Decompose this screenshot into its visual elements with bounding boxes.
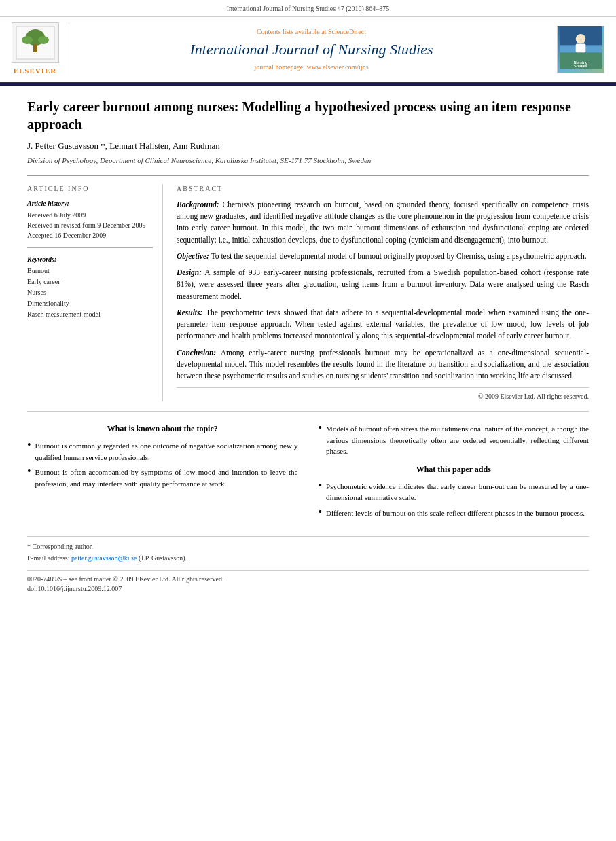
conclusion-label: Conclusion: — [177, 348, 216, 357]
keyword3: Nurses — [27, 287, 153, 298]
article-info-column: ARTICLE INFO Article history: Received 6… — [27, 184, 163, 402]
article-info-abstract-section: ARTICLE INFO Article history: Received 6… — [27, 175, 589, 402]
email-label: E-mail address: — [27, 554, 71, 562]
objective-text: To test the sequential-developmental mod… — [211, 252, 587, 260]
abstract-background: Background: Cherniss's pioneering resear… — [177, 199, 589, 246]
adds-bullet-2: • Different levels of burnout on this sc… — [319, 507, 590, 519]
email-line: E-mail address: petter.gustavsson@ki.se … — [27, 554, 589, 563]
corresponding-author: * Corresponding author. — [27, 542, 589, 552]
svg-point-3 — [22, 36, 33, 44]
adds-bullet-1-text: Psychometric evidence indicates that ear… — [326, 481, 589, 503]
footer-issn: 0020-7489/$ – see front matter © 2009 El… — [27, 570, 589, 594]
svg-point-8 — [576, 34, 586, 44]
design-text: A sample of 933 early-career nursing pro… — [177, 268, 589, 300]
bullet-icon-3: • — [319, 423, 323, 433]
known-bullet-1: • Burnout is commonly regarded as one ou… — [27, 440, 298, 463]
adds-bullet-2-text: Different levels of burnout on this scal… — [326, 507, 585, 519]
keyword1: Burnout — [27, 266, 153, 276]
svg-rect-9 — [576, 43, 586, 52]
article-history: Article history: Received 6 July 2009 Re… — [27, 199, 153, 240]
info-box-section: What is known about the topic? • Burnout… — [27, 411, 589, 522]
journal-title: International Journal of Nursing Studies — [189, 41, 433, 58]
results-label: Results: — [177, 308, 202, 317]
keyword4: Dimensionality — [27, 298, 153, 309]
objective-label: Objective: — [177, 252, 209, 260]
svg-text:Studies: Studies — [574, 64, 587, 68]
received-date: Received 6 July 2009 — [27, 210, 153, 220]
known-bullet-2-text: Burnout is often accompanied by symptoms… — [35, 467, 298, 489]
keyword2: Early career — [27, 276, 153, 287]
keyword5: Rasch measurement model — [27, 309, 153, 320]
info-divider — [27, 247, 153, 248]
footnote-section: * Corresponding author. E-mail address: … — [27, 536, 589, 563]
abstract-objective: Objective: To test the sequential-develo… — [177, 251, 589, 262]
known-bullet-2: • Burnout is often accompanied by sympto… — [27, 467, 298, 489]
doi-text: doi:10.1016/j.ijnurstu.2009.12.007 — [27, 584, 589, 594]
keywords-label: Keywords: — [27, 255, 153, 264]
known-title: What is known about the topic? — [27, 423, 298, 435]
bullet-icon-4: • — [319, 480, 323, 491]
article-authors: J. Petter Gustavsson *, Lennart Hallsten… — [27, 140, 589, 152]
paper-adds-box: • Models of burnout often stress the mul… — [319, 423, 590, 522]
email-address[interactable]: petter.gustavsson@ki.se — [71, 554, 137, 562]
revised-date: Received in revised form 9 December 2009 — [27, 220, 153, 230]
adds-bullet-1: • Psychometric evidence indicates that e… — [319, 481, 590, 503]
article-affiliation: Division of Psychology, Department of Cl… — [27, 156, 589, 166]
abstract-design: Design: A sample of 933 early-career nur… — [177, 267, 589, 302]
results-text: The psychometric tests showed that data … — [177, 308, 589, 340]
bullet-icon-1: • — [27, 440, 31, 450]
abstract-conclusion: Conclusion: Among early-career nursing p… — [177, 347, 589, 382]
journal-header: ELSEVIER Contents lists available at Sci… — [0, 17, 616, 83]
abstract-label: ABSTRACT — [177, 184, 589, 194]
journal-title-center: Contents lists available at ScienceDirec… — [76, 22, 547, 76]
background-text: Cherniss's pioneering research on burnou… — [177, 200, 589, 244]
article-title: Early career burnout among nurses: Model… — [27, 98, 589, 133]
copyright-line: © 2009 Elsevier Ltd. All rights reserved… — [177, 387, 589, 401]
known-bullet-3: • Models of burnout often stress the mul… — [319, 423, 590, 457]
bullet-icon-2: • — [27, 466, 31, 477]
journal-reference: International Journal of Nursing Studies… — [0, 0, 616, 17]
known-bullet-1-text: Burnout is commonly regarded as one outc… — [35, 440, 298, 463]
keywords-section: Keywords: Burnout Early career Nurses Di… — [27, 255, 153, 320]
elsevier-tree-logo — [12, 22, 59, 63]
article-info-label: ARTICLE INFO — [27, 184, 153, 194]
known-about-topic-box: What is known about the topic? • Burnout… — [27, 423, 298, 522]
accepted-date: Accepted 16 December 2009 — [27, 230, 153, 240]
article-main: Early career burnout among nurses: Model… — [0, 86, 616, 606]
design-label: Design: — [177, 268, 202, 276]
nursing-studies-logo: Nursing Studies — [554, 22, 608, 76]
paper-adds-title: What this paper adds — [319, 464, 590, 476]
sciencedirect-link: Contents lists available at ScienceDirec… — [257, 27, 366, 37]
conclusion-text: Among early-career nursing professionals… — [177, 348, 589, 380]
abstract-results: Results: The psychometric tests showed t… — [177, 307, 589, 342]
elsevier-logo-section: ELSEVIER — [8, 22, 69, 76]
svg-point-4 — [38, 36, 49, 44]
nursing-logo-image: Nursing Studies — [557, 26, 604, 73]
email-note: (J.P. Gustavsson). — [137, 554, 187, 562]
page: International Journal of Nursing Studies… — [0, 0, 616, 841]
history-label: Article history: — [27, 199, 153, 209]
abstract-column: ABSTRACT Background: Cherniss's pioneeri… — [177, 184, 589, 402]
issn-text: 0020-7489/$ – see front matter © 2009 El… — [27, 575, 589, 584]
background-label: Background: — [177, 200, 219, 209]
elsevier-brand-text: ELSEVIER — [14, 66, 57, 76]
bullet-icon-5: • — [319, 507, 323, 518]
journal-homepage: journal homepage: www.elsevier.com/ijns — [254, 62, 368, 72]
known-bullet-3-text: Models of burnout often stress the multi… — [326, 423, 589, 457]
svg-rect-2 — [33, 44, 37, 52]
